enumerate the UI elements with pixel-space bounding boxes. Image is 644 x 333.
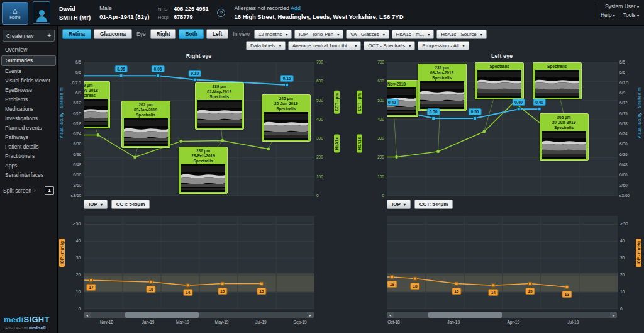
- sidebar-item-investigations[interactable]: Investigations: [0, 114, 57, 123]
- scrollbar-track[interactable]: [394, 312, 610, 318]
- oct-thumbnail[interactable]: 319 µm02-Nov-2018Spectralis: [84, 81, 110, 128]
- tools-menu[interactable]: Tools ▾: [623, 12, 639, 18]
- sidebar-item-patient-details[interactable]: Patient details: [0, 142, 57, 152]
- oct-caption: 365 µm20-Jun-2019Spectralis: [541, 115, 587, 130]
- eye-button-right[interactable]: Right: [150, 29, 177, 39]
- oct-thumbnail[interactable]: 245 µm20-Jun-2019Spectralis: [262, 94, 311, 142]
- oct-caption: 202 µm03-Jan-2019Spectralis: [123, 103, 169, 118]
- create-new-label: Create new: [6, 33, 33, 39]
- sidebar-item-summaries[interactable]: Summaries: [1, 55, 56, 66]
- sidebar-item-planned-events[interactable]: Planned events: [0, 123, 57, 133]
- chart-controls: IOP ▾ CCT: 545µm: [84, 200, 150, 209]
- iop-value-label: 17: [86, 284, 96, 291]
- iop-dropdown[interactable]: IOP ▾: [387, 200, 411, 209]
- va-axis: 6/56/66/7.56/96/126/156/186/246/306/366/…: [618, 62, 636, 195]
- sidebar-item-practitioners[interactable]: Practitioners: [0, 152, 57, 161]
- oct-caption: 289 µm02-May-2019Spectralis: [197, 84, 242, 99]
- select-average-central-1mm-thi[interactable]: Average central 1mm thi...▾: [288, 41, 361, 50]
- sidebar-item-visual-fields-viewer[interactable]: Visual fields viewer: [0, 76, 57, 86]
- scroll-left-icon[interactable]: ◄: [387, 312, 394, 318]
- iop-value-label: 15: [257, 288, 266, 295]
- scrollbar-thumb[interactable]: [428, 312, 502, 318]
- select-oct-spectralis[interactable]: OCT - Spectralis▾: [364, 41, 415, 50]
- chart-title: Right eye: [84, 53, 314, 59]
- mode-button-retina[interactable]: Retina: [62, 29, 91, 39]
- sidebar-item-problems[interactable]: Problems: [0, 95, 57, 104]
- oct-scan-image: [535, 70, 579, 98]
- oct-thumbnail[interactable]: 289 µm02-May-2019Spectralis: [195, 82, 244, 130]
- right-eye-panel: Right eye Visual acuity - Snellen m 6/56…: [60, 53, 349, 333]
- select-hba1c-m[interactable]: HbA1c - m...▾: [392, 30, 434, 39]
- scroll-right-icon[interactable]: ►: [307, 312, 314, 318]
- nhs-label: NHS: [158, 7, 170, 11]
- select-data-labels[interactable]: Data labels▾: [246, 41, 286, 50]
- split-screen-control[interactable]: Split-screen › 1: [0, 186, 57, 195]
- timeline-scrollbar[interactable]: ◄ ►: [387, 312, 617, 318]
- select-iop-tono-pen[interactable]: IOP - Tono-Pen▾: [294, 30, 343, 39]
- iop-dropdown[interactable]: IOP ▾: [84, 200, 108, 209]
- help-menu[interactable]: Help ▾: [601, 12, 615, 18]
- system-user-menu[interactable]: System User ▾: [605, 3, 639, 9]
- date-tick: Mar-19: [176, 320, 189, 324]
- iop-chart: 191815141513: [387, 215, 618, 310]
- oct-thumbnail[interactable]: Spectralis: [533, 62, 582, 99]
- oct-thumbnail[interactable]: 02-Nov-2018: [387, 80, 418, 117]
- left-eye-panel: Left eye Visual acuity - Snellen m 6/56/…: [352, 53, 641, 333]
- date-tick: Nov-18: [100, 320, 113, 324]
- select-progression-all[interactable]: Progression - All▾: [418, 41, 469, 50]
- oct-thumbnail[interactable]: Spectralis: [475, 62, 524, 99]
- va-value-label: 0.06: [114, 65, 128, 72]
- va-value-label: 0.40: [533, 99, 546, 106]
- home-button[interactable]: ⌂ Home: [2, 2, 28, 25]
- sidebar-item-events[interactable]: Events: [0, 67, 57, 76]
- chevron-down-icon: ▾: [337, 32, 339, 37]
- oct-thumbnail[interactable]: 286 µm28-Feb-2019Spectralis: [179, 147, 228, 194]
- va-value-label: 0.10: [188, 70, 201, 77]
- chevron-down-icon: ▾: [383, 32, 385, 37]
- oct-caption: 245 µm20-Jun-2019Spectralis: [264, 96, 309, 111]
- sidebar-item-serial-interfaces[interactable]: Serial interfaces: [0, 171, 57, 180]
- chevron-down-icon: ▾: [637, 5, 639, 9]
- sidebar-item-apps[interactable]: Apps: [0, 161, 57, 171]
- allergies-add-link[interactable]: Add: [291, 5, 301, 11]
- patient-avatar-icon[interactable]: [33, 1, 50, 24]
- iop-value-label: 15: [525, 288, 535, 295]
- iop-value-label: 15: [218, 288, 227, 295]
- select-12-months[interactable]: 12 months▾: [254, 30, 292, 39]
- sidebar-item-pathways[interactable]: Pathways: [0, 133, 57, 142]
- oct-thumbnail[interactable]: 365 µm20-Jun-2019Spectralis: [540, 113, 589, 161]
- info-icon[interactable]: ?: [217, 9, 225, 17]
- patient-dob: 01-Apr-1941 (82y): [99, 13, 149, 20]
- oct-thumbnail[interactable]: 232 µm03-Jan-2019Spectralis: [418, 64, 467, 111]
- date-tick: Jan-19: [447, 320, 460, 324]
- cct-value-box: CCT: 545µm: [111, 200, 150, 209]
- scroll-left-icon[interactable]: ◄: [84, 312, 91, 318]
- medisight-logo: mediSIGHT DEVELOPED BY medisoft: [4, 313, 50, 330]
- select-va-glasses[interactable]: VA - Glasses▾: [346, 30, 389, 39]
- oct-thumbnail[interactable]: 202 µm03-Jan-2019Spectralis: [121, 101, 170, 148]
- sidebar-item-eyebrowse[interactable]: EyeBrowse: [0, 86, 57, 95]
- mode-button-glaucoma[interactable]: Glaucoma: [94, 29, 132, 39]
- scroll-right-icon[interactable]: ►: [610, 312, 617, 318]
- sidebar-item-medications[interactable]: Medications: [0, 104, 57, 114]
- patient-address: 16 High Street, Headingley, Leeds, West …: [234, 13, 403, 20]
- iop-chart: 1716141515: [84, 215, 315, 310]
- sidebar-item-overview[interactable]: Overview: [0, 45, 57, 55]
- date-tick: Apr-19: [508, 320, 520, 324]
- timeline-scrollbar[interactable]: ◄ ►: [84, 312, 314, 318]
- eye-button-left[interactable]: Left: [206, 29, 229, 39]
- avatar-head: [39, 10, 45, 16]
- plus-icon: +: [47, 32, 51, 39]
- cct-axis-label: CCT - µm: [357, 91, 362, 114]
- eye-button-both[interactable]: Both: [179, 29, 203, 39]
- allergies-status: Allergies not recorded: [234, 5, 289, 11]
- chevron-down-icon: ▾: [101, 202, 103, 206]
- allergy-address-block: Allergies not recorded Add 16 High Stree…: [234, 5, 403, 20]
- iop-value-label: 15: [452, 288, 461, 295]
- scrollbar-track[interactable]: [91, 312, 307, 318]
- create-new-button[interactable]: Create new +: [3, 30, 55, 42]
- select-hba1c-source[interactable]: HbA1c - Source▾: [436, 30, 486, 39]
- oct-caption: 286 µm28-Feb-2019Spectralis: [180, 149, 226, 164]
- scrollbar-thumb[interactable]: [125, 312, 199, 318]
- date-tick: Jul-19: [255, 320, 267, 324]
